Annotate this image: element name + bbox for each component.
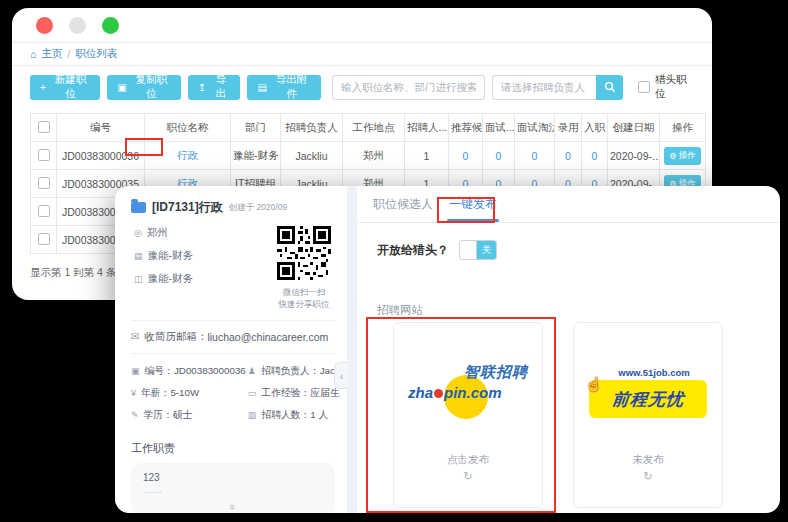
- header-cell: 操作: [660, 114, 706, 142]
- duty-section-title: 工作职责: [131, 441, 335, 456]
- header-cell: 职位名称: [145, 114, 231, 142]
- count-cell: 0: [515, 142, 555, 170]
- header-cell: 入职: [582, 114, 608, 142]
- publish-panel: 职位候选人 一键发布 开放给猎头？ 关 招聘网站 智联招聘 zhapin.com: [357, 186, 780, 513]
- tab-candidates[interactable]: 职位候选人: [371, 186, 435, 222]
- expand-chevron-icon[interactable]: »: [143, 501, 323, 513]
- maximize-window-icon[interactable]: [102, 17, 119, 34]
- header-cell: 推荐候...: [449, 114, 483, 142]
- select-all-checkbox[interactable]: [38, 121, 50, 133]
- headhunter-checkbox-label: 猎头职位: [655, 73, 694, 101]
- export-icon: ↥: [198, 82, 206, 93]
- field-item: ¥年薪：5-10W: [131, 387, 246, 400]
- refresh-icon[interactable]: ↻: [394, 470, 542, 483]
- plus-icon: +: [40, 82, 46, 93]
- count-link[interactable]: 0: [592, 150, 598, 162]
- count-link[interactable]: 0: [532, 150, 538, 162]
- zhaopin-logo-cn: 智联招聘: [464, 363, 528, 382]
- count-link[interactable]: 0: [496, 150, 502, 162]
- header-cell-checkbox: [31, 114, 57, 142]
- recruiter-cell: Jackliu: [281, 142, 343, 170]
- export-attachments-button[interactable]: ▤ 导出附件: [247, 75, 321, 100]
- resume-email-value: liuchao@chinacareer.com: [207, 331, 328, 343]
- created-date-cell: 2020-09-...: [608, 142, 660, 170]
- refresh-icon[interactable]: ↻: [574, 470, 722, 483]
- site-card-51job[interactable]: www.51job.com 前程无忧 ☝ 未发布 ↻: [573, 322, 723, 508]
- search-icon: [604, 81, 616, 93]
- field-item: ♟招聘负责人：Jackliu: [248, 365, 347, 378]
- detail-tabs: 职位候选人 一键发布: [357, 186, 780, 223]
- recruiter-select-input[interactable]: [492, 75, 596, 100]
- toolbar: + 新建职位 ▣ 复制职位 ↥ 导出 ▤ 导出附件 猎头职: [12, 66, 712, 107]
- header-cell: 招聘人...: [405, 114, 449, 142]
- search-input[interactable]: [332, 75, 485, 100]
- export-button[interactable]: ↥ 导出: [188, 75, 241, 100]
- headcount-icon: ▥: [248, 410, 257, 420]
- duty-text: 123: [143, 472, 323, 483]
- breadcrumb-separator: /: [67, 48, 70, 60]
- row-checkbox-cell: [31, 142, 57, 170]
- id-icon: ▣: [131, 366, 140, 376]
- position-fields: ▣编号：JD00383000036♟招聘负责人：Jackliu¥年薪：5-10W…: [131, 365, 335, 422]
- row-checkbox[interactable]: [38, 177, 50, 189]
- meta-item: ◎郑州: [134, 226, 273, 240]
- breadcrumb-home[interactable]: 主页: [41, 47, 62, 61]
- header-cell: 工作地点: [343, 114, 405, 142]
- panel-divider: ‹: [347, 186, 357, 513]
- search-button[interactable]: [596, 75, 623, 100]
- job51-logo-box: 前程无忧: [589, 380, 707, 418]
- qr-code: [277, 226, 331, 280]
- person-icon: ♟: [248, 366, 256, 376]
- header-cell: 部门: [231, 114, 281, 142]
- count-cell: 0: [449, 142, 483, 170]
- header-cell: 创建日期: [608, 114, 660, 142]
- row-checkbox-cell: [31, 198, 57, 226]
- close-window-icon[interactable]: [36, 17, 53, 34]
- meta-item: ▤豫能-财务: [134, 249, 273, 263]
- collapse-panel-button[interactable]: ‹: [334, 362, 348, 389]
- zhaopin-logo: 智联招聘 zhapin.com: [408, 363, 528, 421]
- row-checkbox[interactable]: [38, 205, 50, 217]
- header-cell: 面试...: [483, 114, 515, 142]
- salary-icon: ¥: [131, 388, 136, 398]
- attachment-icon: ▤: [257, 82, 266, 93]
- minimize-window-icon[interactable]: [69, 17, 86, 34]
- home-icon: ⌂: [30, 48, 36, 60]
- education-icon: ✎: [131, 410, 139, 420]
- headhunter-question-label: 开放给猎头？: [377, 242, 449, 259]
- building-icon: ▤: [134, 251, 143, 261]
- folder-icon: [131, 202, 146, 213]
- row-checkbox-cell: [31, 226, 57, 254]
- department-cell: 豫能-财务: [231, 142, 281, 170]
- job51-logo: www.51job.com 前程无忧 ☝: [589, 367, 707, 418]
- position-detail-modal: [ID7131]行政 创建于 2020/09 ◎郑州▤豫能-财务◫豫能-财务: [115, 186, 780, 513]
- row-checkbox[interactable]: [38, 149, 50, 161]
- row-checkbox[interactable]: [38, 233, 50, 245]
- location-icon: ◎: [134, 228, 142, 238]
- field-item: ▭工作经验：应届生: [248, 387, 347, 400]
- headhunter-toggle[interactable]: 关: [459, 240, 497, 260]
- count-cell: 0: [582, 142, 608, 170]
- position-id-cell: JD00383000036: [57, 142, 145, 170]
- zhaopin-logo-dot: [434, 389, 443, 398]
- position-meta-list: ◎郑州▤豫能-财务◫豫能-财务: [131, 226, 273, 311]
- org-icon: ◫: [134, 274, 143, 284]
- count-link[interactable]: 0: [463, 150, 469, 162]
- operation-button[interactable]: ⚙操作: [664, 147, 701, 165]
- count-link[interactable]: 0: [565, 150, 571, 162]
- position-name-link[interactable]: 行政: [177, 149, 198, 161]
- job51-logo-url: www.51job.com: [601, 367, 707, 378]
- window-titlebar: [12, 8, 712, 42]
- tab-one-click-publish[interactable]: 一键发布: [447, 186, 499, 222]
- headhunter-checkbox[interactable]: [638, 81, 650, 93]
- count-cell: 0: [555, 142, 582, 170]
- new-position-button[interactable]: + 新建职位: [30, 75, 100, 100]
- field-item: ✎学历：硕士: [131, 409, 246, 422]
- publish-status[interactable]: 点击发布: [394, 453, 542, 467]
- site-card-zhaopin[interactable]: 智联招聘 zhapin.com 点击发布 ↻: [393, 322, 543, 508]
- resume-email-label: 收简历邮箱：: [144, 330, 207, 344]
- header-cell: 编号: [57, 114, 145, 142]
- copy-icon: ▣: [117, 82, 126, 93]
- copy-position-button[interactable]: ▣ 复制职位: [107, 75, 181, 100]
- publish-status[interactable]: 未发布: [574, 453, 722, 467]
